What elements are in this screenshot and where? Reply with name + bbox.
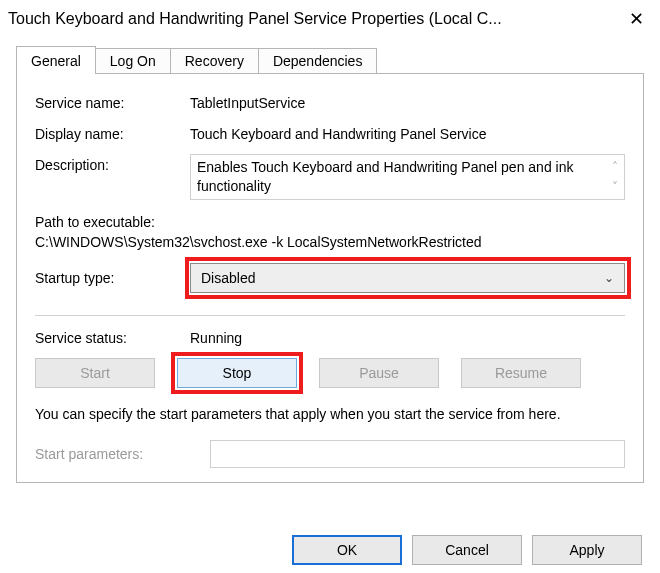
display-name-label: Display name: [35,123,190,142]
path-value: C:\WINDOWS\System32\svchost.exe -k Local… [35,232,625,252]
cancel-button[interactable]: Cancel [412,535,522,565]
start-parameters-input [210,440,625,468]
service-status-label: Service status: [35,330,190,346]
apply-button[interactable]: Apply [532,535,642,565]
description-box: Enables Touch Keyboard and Handwriting P… [190,154,625,200]
startup-type-label: Startup type: [35,270,190,286]
window-title: Touch Keyboard and Handwriting Panel Ser… [8,10,612,28]
service-control-buttons: Start Stop Pause Resume [35,358,625,388]
tab-strip: General Log On Recovery Dependencies [0,38,660,74]
chevron-down-icon: ⌄ [604,271,614,285]
display-name-value: Touch Keyboard and Handwriting Panel Ser… [190,123,625,142]
stop-button[interactable]: Stop [177,358,297,388]
description-text: Enables Touch Keyboard and Handwriting P… [197,158,606,196]
scroll-up-icon: ˄ [612,160,618,174]
close-button[interactable]: ✕ [612,0,660,38]
description-scroll[interactable]: ˄ ˅ [606,158,618,196]
start-parameters-note: You can specify the start parameters tha… [35,404,625,424]
resume-button: Resume [461,358,581,388]
startup-type-value: Disabled [201,270,604,286]
scroll-down-icon: ˅ [612,180,618,194]
start-parameters-label: Start parameters: [35,446,210,462]
separator [35,315,625,316]
titlebar: Touch Keyboard and Handwriting Panel Ser… [0,0,660,38]
tab-log-on[interactable]: Log On [95,48,171,74]
path-label: Path to executable: [35,212,625,232]
service-name-value: TabletInputService [190,92,625,111]
path-block: Path to executable: C:\WINDOWS\System32\… [35,212,625,253]
close-icon: ✕ [629,8,644,30]
startup-type-dropdown[interactable]: Disabled ⌄ [190,263,625,293]
dialog-buttons: OK Cancel Apply [292,535,642,565]
tab-panel-general: Service name: TabletInputService Display… [16,73,644,483]
description-label: Description: [35,154,190,173]
pause-button: Pause [319,358,439,388]
start-button: Start [35,358,155,388]
tab-recovery[interactable]: Recovery [170,48,259,74]
service-name-label: Service name: [35,92,190,111]
tab-dependencies[interactable]: Dependencies [258,48,378,74]
ok-button[interactable]: OK [292,535,402,565]
service-properties-dialog: Touch Keyboard and Handwriting Panel Ser… [0,0,660,573]
service-status-value: Running [190,330,242,346]
tab-general[interactable]: General [16,46,96,74]
